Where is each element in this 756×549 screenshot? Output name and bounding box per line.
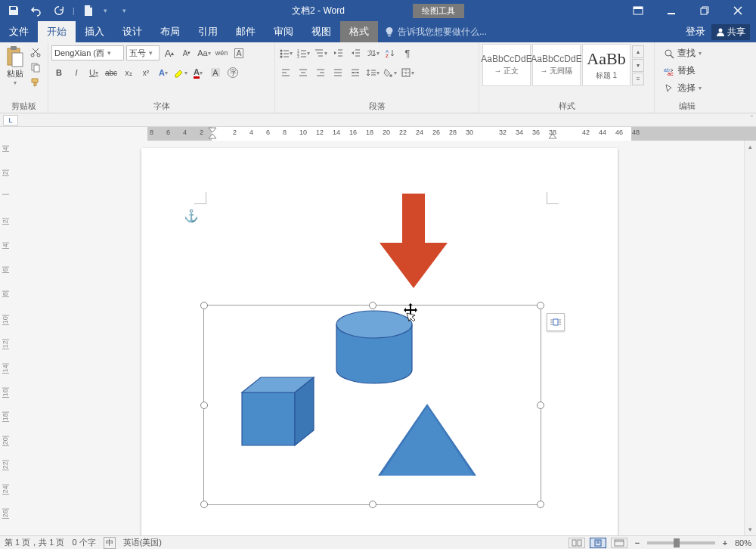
shading-icon[interactable]: ▾ bbox=[383, 65, 398, 80]
change-case-icon[interactable]: Aa▾ bbox=[197, 45, 212, 60]
char-border-icon[interactable]: A bbox=[231, 45, 246, 60]
layout-options-icon[interactable] bbox=[547, 313, 565, 331]
vertical-scrollbar[interactable]: ▴ ▾ bbox=[744, 141, 756, 535]
restore-icon[interactable] bbox=[689, 0, 720, 21]
align-left-icon[interactable] bbox=[278, 65, 293, 80]
enclose-char-icon[interactable]: 字 bbox=[225, 65, 240, 80]
tab-review[interactable]: 审阅 bbox=[265, 21, 302, 42]
ribbon-display-options-icon[interactable] bbox=[623, 0, 653, 21]
replace-button[interactable]: abac 替换 bbox=[661, 63, 705, 79]
gallery-down-icon[interactable]: ▾ bbox=[632, 59, 644, 72]
resize-handle-w[interactable] bbox=[200, 402, 208, 409]
canvas[interactable]: ⚓ bbox=[15, 141, 744, 535]
language-icon[interactable]: 中 bbox=[104, 537, 116, 549]
language-label[interactable]: 英语(美国) bbox=[123, 537, 162, 548]
new-doc-icon[interactable] bbox=[79, 2, 98, 20]
view-read-icon[interactable] bbox=[569, 538, 585, 548]
decrease-font-icon[interactable]: A▾ bbox=[179, 45, 194, 60]
align-right-icon[interactable] bbox=[313, 65, 328, 80]
collapse-ribbon-icon[interactable]: ˇ bbox=[751, 115, 753, 123]
horizontal-ruler[interactable]: 8642246810121416182022242628303234363842… bbox=[147, 127, 756, 141]
paste-button[interactable]: 粘贴 ▾ bbox=[3, 44, 27, 88]
zoom-in-button[interactable]: + bbox=[720, 538, 730, 547]
font-color-icon[interactable]: A▾ bbox=[191, 65, 206, 80]
resize-handle-nw[interactable] bbox=[200, 302, 208, 309]
bullets-icon[interactable]: ▾ bbox=[278, 45, 293, 60]
decrease-indent-icon[interactable] bbox=[330, 45, 345, 60]
tab-format[interactable]: 格式 bbox=[340, 21, 378, 42]
phonetic-guide-icon[interactable]: wén bbox=[214, 45, 229, 60]
resize-handle-s[interactable] bbox=[369, 501, 376, 508]
shape-cube[interactable] bbox=[238, 374, 321, 457]
superscript-button[interactable]: x² bbox=[138, 65, 153, 80]
text-direction-icon[interactable]: 文▾ bbox=[365, 45, 380, 60]
zoom-level[interactable]: 80% bbox=[735, 538, 751, 547]
scroll-up-icon[interactable]: ▴ bbox=[745, 141, 756, 153]
zoom-out-button[interactable]: − bbox=[632, 538, 643, 547]
shape-down-arrow[interactable] bbox=[376, 194, 451, 292]
underline-button[interactable]: U▾ bbox=[86, 65, 101, 80]
numbering-icon[interactable]: 123▾ bbox=[296, 45, 311, 60]
cut-icon[interactable] bbox=[29, 45, 42, 59]
sort-icon[interactable]: AZ bbox=[383, 45, 398, 60]
minimize-icon[interactable] bbox=[656, 0, 686, 21]
tab-layout[interactable]: 布局 bbox=[151, 21, 189, 42]
distribute-icon[interactable] bbox=[348, 65, 363, 80]
subscript-button[interactable]: x₂ bbox=[121, 65, 136, 80]
show-marks-icon[interactable]: ¶ bbox=[400, 45, 415, 60]
tab-references[interactable]: 引用 bbox=[189, 21, 227, 42]
style-item-nospacing[interactable]: AaBbCcDdE → 无间隔 bbox=[532, 44, 581, 86]
shape-triangle[interactable] bbox=[378, 404, 476, 476]
close-icon[interactable] bbox=[723, 0, 753, 21]
shape-group-selection[interactable] bbox=[203, 305, 541, 505]
gallery-up-icon[interactable]: ▴ bbox=[632, 45, 644, 58]
scroll-down-icon[interactable]: ▾ bbox=[745, 523, 756, 535]
resize-handle-sw[interactable] bbox=[200, 501, 208, 508]
tab-file[interactable]: 文件 bbox=[0, 21, 38, 42]
login-link[interactable]: 登录 bbox=[686, 25, 705, 39]
format-painter-icon[interactable] bbox=[29, 76, 42, 89]
increase-font-icon[interactable]: A▴ bbox=[162, 45, 177, 60]
tab-insert[interactable]: 插入 bbox=[76, 21, 113, 42]
shape-cylinder[interactable] bbox=[329, 309, 420, 392]
tab-design[interactable]: 设计 bbox=[113, 21, 151, 42]
redo-icon[interactable] bbox=[50, 2, 68, 20]
find-button[interactable]: 查找▾ bbox=[661, 45, 705, 61]
bold-button[interactable]: B bbox=[51, 65, 67, 80]
highlight-icon[interactable]: ▾ bbox=[173, 65, 188, 80]
gallery-expand-icon[interactable]: ≡ bbox=[632, 73, 644, 85]
styles-gallery-more[interactable]: ▴ ▾ ≡ bbox=[632, 45, 644, 85]
undo-icon[interactable] bbox=[27, 2, 45, 20]
select-button[interactable]: 选择▾ bbox=[661, 80, 705, 96]
italic-button[interactable]: I bbox=[69, 65, 84, 80]
indent-marker-icon[interactable] bbox=[208, 127, 217, 139]
zoom-slider[interactable] bbox=[647, 541, 715, 544]
zoom-slider-thumb[interactable] bbox=[674, 538, 680, 547]
vertical-ruler[interactable]: |4||2|||2||4||6||8||10||12||14||16||18||… bbox=[0, 141, 15, 535]
word-count[interactable]: 0 个字 bbox=[72, 537, 95, 548]
page-count[interactable]: 第 1 页，共 1 页 bbox=[5, 537, 64, 548]
strikethrough-button[interactable]: abc bbox=[104, 65, 119, 80]
align-center-icon[interactable] bbox=[296, 65, 311, 80]
resize-handle-ne[interactable] bbox=[537, 302, 544, 309]
tab-selector-icon[interactable]: L bbox=[3, 115, 18, 126]
font-name-combo[interactable]: DengXian (西▾ bbox=[51, 45, 124, 60]
resize-handle-se[interactable] bbox=[537, 501, 544, 508]
line-spacing-icon[interactable]: ▾ bbox=[365, 65, 380, 80]
text-effects-icon[interactable]: A▾ bbox=[156, 65, 171, 80]
share-button[interactable]: 共享 bbox=[711, 24, 750, 40]
style-item-heading1[interactable]: AaBb 标题 1 bbox=[582, 44, 631, 86]
resize-handle-e[interactable] bbox=[537, 402, 544, 409]
increase-indent-icon[interactable] bbox=[348, 45, 363, 60]
view-print-icon[interactable] bbox=[590, 538, 606, 548]
copy-icon[interactable] bbox=[29, 60, 42, 74]
resize-handle-n[interactable] bbox=[369, 302, 376, 309]
borders-icon[interactable]: ▾ bbox=[400, 65, 415, 80]
tab-home[interactable]: 开始 bbox=[38, 21, 76, 42]
style-item-normal[interactable]: AaBbCcDdE → 正文 bbox=[482, 44, 531, 86]
char-shading-icon[interactable]: A bbox=[208, 65, 223, 80]
multilevel-list-icon[interactable]: ▾ bbox=[313, 45, 328, 60]
font-size-combo[interactable]: 五号▾ bbox=[126, 45, 160, 60]
tab-view[interactable]: 视图 bbox=[302, 21, 340, 42]
tab-mailings[interactable]: 邮件 bbox=[227, 21, 265, 42]
